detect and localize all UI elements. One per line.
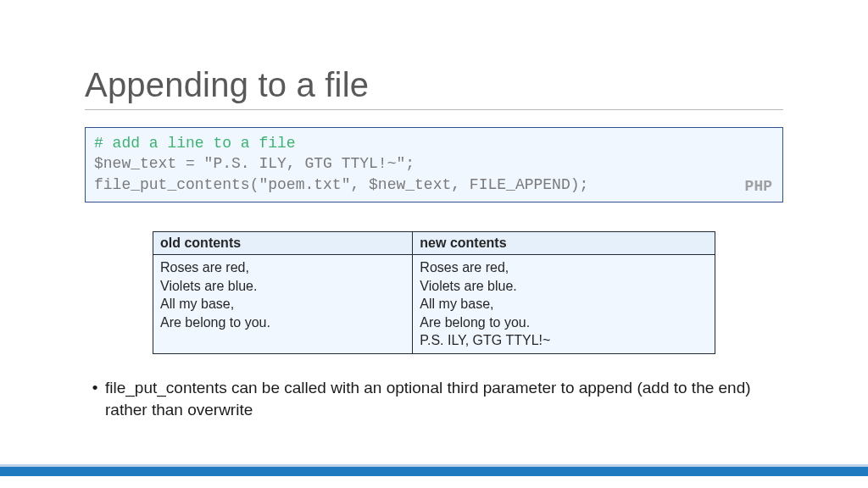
code-block: # add a line to a file $new_text = "P.S.… — [85, 127, 783, 202]
footer-accent-bar — [0, 464, 868, 476]
bullet-text: file_put_contents can be called with an … — [105, 377, 783, 420]
bullet-dot-icon: • — [85, 377, 105, 420]
code-line: file_put_contents("poem.txt", $new_text,… — [94, 175, 774, 195]
table-row: Roses are red,Violets are blue.All my ba… — [153, 255, 715, 354]
list-item: • file_put_contents can be called with a… — [85, 377, 783, 420]
table-header-old: old contents — [153, 232, 413, 255]
table-cell-old: Roses are red,Violets are blue.All my ba… — [153, 255, 413, 354]
table-header-new: new contents — [413, 232, 715, 255]
code-line: $new_text = "P.S. ILY, GTG TTYL!~"; — [94, 153, 774, 174]
table-cell-new: Roses are red,Violets are blue.All my ba… — [413, 255, 715, 354]
contents-table: old contents new contents Roses are red,… — [153, 231, 715, 354]
page-title: Appending to a file — [85, 66, 783, 110]
code-language-label: PHP — [745, 176, 772, 197]
bullet-list: • file_put_contents can be called with a… — [85, 377, 783, 420]
code-comment: # add a line to a file — [94, 133, 774, 153]
table-row: old contents new contents — [153, 232, 715, 255]
